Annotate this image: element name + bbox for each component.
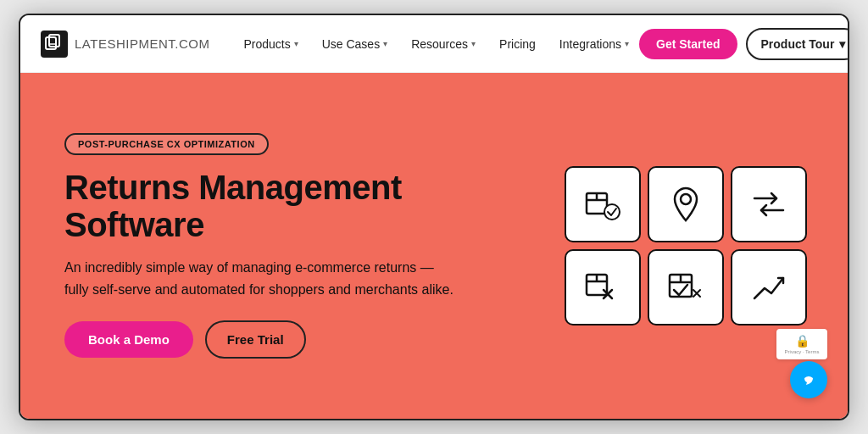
icons-grid [565, 166, 807, 326]
navbar: LATESHIPMENT.COM Products ▾ Use Cases ▾ … [20, 15, 848, 73]
chevron-down-icon: ▾ [471, 39, 476, 48]
nav-integrations[interactable]: Integrations ▾ [549, 31, 639, 58]
chevron-down-icon: ▾ [294, 39, 298, 48]
logo[interactable]: LATESHIPMENT.COM [41, 31, 209, 58]
svg-point-7 [681, 194, 691, 204]
logo-text: LATESHIPMENT.COM [75, 36, 209, 51]
exchange-arrows-icon [731, 166, 807, 242]
location-pin-icon [648, 166, 724, 242]
nav-links: Products ▾ Use Cases ▾ Resources ▾ Prici… [233, 31, 639, 58]
analytics-icon [731, 249, 807, 326]
chat-button[interactable] [790, 361, 827, 398]
main-window: LATESHIPMENT.COM Products ▾ Use Cases ▾ … [19, 14, 849, 420]
nav-resources[interactable]: Resources ▾ [401, 31, 486, 58]
nav-products[interactable]: Products ▾ [233, 31, 308, 58]
hero-description: An incredibly simple way of managing e-c… [64, 257, 454, 300]
privacy-badge: 🔒 Privacy · Terms [776, 329, 827, 359]
hero-badge: POST-PURCHASE CX OPTIMIZATION [64, 133, 269, 155]
nav-pricing[interactable]: Pricing [489, 31, 546, 58]
return-label-icon [565, 249, 641, 326]
hero-left: POST-PURCHASE CX OPTIMIZATION Returns Ma… [64, 103, 531, 388]
hero-title: Returns Management Software [64, 169, 531, 243]
nav-use-cases[interactable]: Use Cases ▾ [312, 31, 398, 58]
free-trial-button[interactable]: Free Trial [205, 320, 306, 359]
package-check-icon [648, 249, 724, 326]
svg-point-6 [604, 204, 620, 220]
chevron-down-icon: ▾ [625, 39, 629, 48]
chevron-down-icon: ▾ [383, 39, 387, 48]
product-tour-button[interactable]: Product Tour ▾ [746, 28, 850, 60]
lock-icon: 🔒 [795, 334, 810, 348]
chevron-down-icon: ▾ [839, 37, 845, 51]
logo-icon [41, 31, 68, 58]
returns-package-icon [565, 166, 641, 242]
get-started-button[interactable]: Get Started [639, 29, 737, 59]
nav-actions: Get Started Product Tour ▾ [639, 28, 849, 60]
hero-section: POST-PURCHASE CX OPTIMIZATION Returns Ma… [20, 73, 848, 419]
hero-buttons: Book a Demo Free Trial [64, 320, 531, 359]
book-demo-button[interactable]: Book a Demo [64, 321, 193, 358]
hero-icons [565, 103, 807, 388]
